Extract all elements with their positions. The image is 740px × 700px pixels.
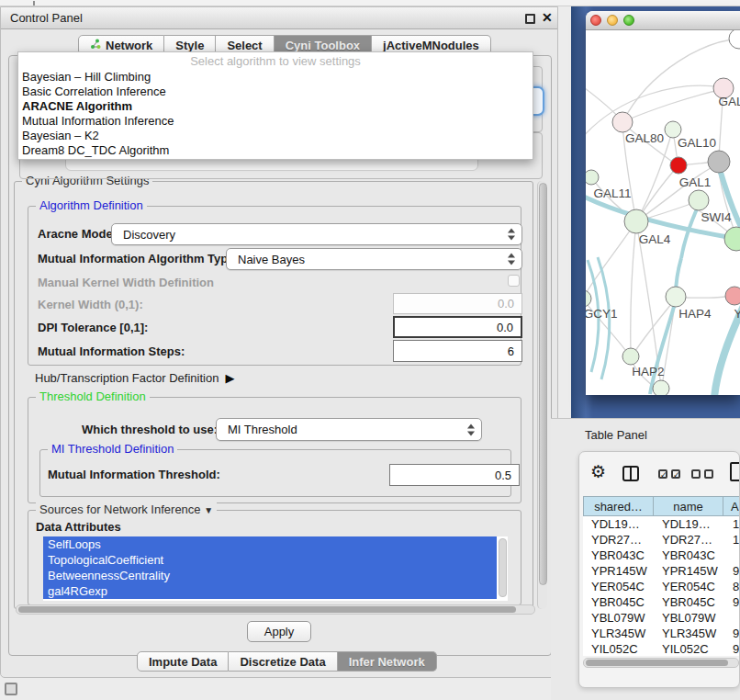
close-icon[interactable]: ✕ (542, 10, 553, 25)
node-label: HAP2 (632, 365, 664, 378)
hub-definition-expander[interactable]: Hub/Transcription Factor Definition ▶ (35, 371, 234, 385)
control-panel-window: Control Panel ✕ Network Style Select Cyn… (0, 6, 558, 678)
network-node[interactable] (708, 151, 730, 173)
settings-scrollbar-thumb[interactable] (539, 183, 547, 585)
close-traffic-light-icon[interactable] (590, 15, 601, 26)
settings-hscrollbar-thumb[interactable] (18, 606, 516, 613)
node-label: GAL4 (639, 232, 671, 246)
document-icon[interactable] (730, 462, 740, 481)
mi-threshold-definition-group: MI Threshold Definition Mutual Informati… (39, 449, 511, 497)
attribute-item[interactable]: SelfLoops (43, 536, 497, 552)
float-window-icon[interactable] (525, 14, 535, 24)
settings-hscrollbar[interactable] (16, 604, 535, 615)
network-node[interactable] (689, 190, 709, 210)
attribute-item[interactable]: BetweennessCentrality (43, 568, 497, 583)
mi-steps-input[interactable]: 6 (393, 340, 522, 362)
algorithm-option[interactable]: Bayesian – Hill Climbing (18, 70, 533, 85)
minimized-panel-icon[interactable] (5, 683, 17, 695)
maximize-traffic-light-icon[interactable] (623, 15, 634, 26)
minimize-traffic-light-icon[interactable] (607, 15, 618, 26)
sources-legend[interactable]: Sources for Network Inference ▼ (36, 502, 217, 516)
network-node[interactable] (666, 287, 686, 307)
tab-network-label: Network (106, 39, 152, 52)
mi-threshold-definition-legend: MI Threshold Definition (48, 442, 177, 456)
column-header-clipped[interactable]: A (723, 496, 740, 516)
control-panel-titlebar: Control Panel ✕ (1, 7, 557, 29)
mi-threshold-label: Mutual Information Threshold: (48, 468, 220, 481)
table-hscrollbar[interactable] (583, 658, 739, 668)
network-tab-icon (90, 39, 101, 52)
table-row[interactable]: YER054CYER054C8. (583, 579, 740, 594)
aracne-mode-combo[interactable]: Discovery (111, 223, 522, 245)
table-row[interactable]: YIL052CYIL052C9 (583, 641, 740, 656)
algorithm-option[interactable]: Basic Correlation Inference (18, 85, 533, 99)
network-node[interactable] (725, 287, 740, 305)
dpi-tolerance-input[interactable]: 0.0 (393, 316, 522, 338)
network-node[interactable] (653, 380, 669, 395)
unchecked-checkbox-icon[interactable] (691, 469, 701, 479)
network-node[interactable] (612, 112, 633, 132)
node-table-body: YDL19…YDL19…13YDR27…YDR27…12YBR043CYBR04… (583, 516, 740, 656)
combo-arrows-icon (467, 423, 475, 435)
mi-threshold-input[interactable]: 0.5 (389, 464, 520, 486)
network-edge (631, 221, 636, 354)
manual-kernel-checkbox[interactable] (508, 275, 520, 287)
columns-icon[interactable] (622, 466, 639, 481)
tab-infer-network[interactable]: Infer Network (338, 651, 437, 672)
checked-checkbox-icon[interactable]: ✓ (671, 469, 680, 479)
attributes-scrollbar-thumb[interactable] (499, 538, 507, 597)
network-canvas[interactable]: GALGAL80GAL10GAL1GAL11SWI4GAL4GCY1HAP4YH… (586, 30, 740, 395)
unchecked-checkbox-icon[interactable] (704, 469, 713, 479)
algorithm-option[interactable]: ARACNE Algorithm (18, 99, 533, 114)
which-threshold-value: MI Threshold (228, 423, 297, 436)
tab-impute-data[interactable]: Impute Data (137, 651, 229, 672)
network-graph: GALGAL80GAL10GAL1GAL11SWI4GAL4GCY1HAP4YH… (586, 30, 740, 395)
which-threshold-combo[interactable]: MI Threshold (216, 418, 482, 441)
top-toolbar-strip (0, 0, 740, 6)
table-row[interactable]: YDL19…YDL19…13 (583, 516, 740, 532)
network-node[interactable] (622, 348, 639, 365)
which-threshold-label: Which threshold to use: (82, 423, 218, 436)
algorithm-option[interactable]: Bayesian – K2 (18, 129, 533, 143)
apply-button[interactable]: Apply (247, 621, 311, 642)
checked-checkbox-icon[interactable]: ✓ (658, 469, 667, 479)
network-node[interactable] (586, 290, 591, 307)
column-header-shared-name[interactable]: shared… (583, 496, 654, 516)
threshold-definition-group: Threshold Definition Which threshold to … (28, 397, 521, 503)
settings-scrollbar[interactable] (537, 181, 547, 609)
kernel-width-input[interactable]: 0.0 (393, 293, 522, 314)
node-label: Y (734, 307, 740, 321)
aracne-mode-label: Aracne Mode: (38, 227, 117, 241)
node-label: GAL10 (678, 136, 716, 150)
table-hscrollbar-thumb[interactable] (586, 660, 728, 666)
table-row[interactable]: YDR27…YDR27…12 (583, 532, 740, 548)
table-row[interactable]: YBR043CYBR043C (583, 548, 740, 563)
toolbar-tick (33, 1, 35, 6)
tab-discretize-data[interactable]: Discretize Data (229, 651, 337, 672)
node-label: GAL1 (679, 175, 712, 189)
network-edge (586, 221, 636, 297)
network-node[interactable] (586, 170, 599, 185)
column-header-name[interactable]: name (653, 496, 723, 516)
expand-arrow-icon: ▶ (225, 371, 234, 385)
combo-arrows-icon (508, 229, 515, 241)
network-node[interactable] (624, 209, 648, 233)
mi-type-combo[interactable]: Naive Bayes (226, 248, 522, 270)
gear-icon[interactable]: ⚙ (590, 463, 606, 481)
algorithm-option[interactable]: Dream8 DC_TDC Algorithm (18, 143, 533, 158)
network-window-titlebar[interactable] (586, 11, 740, 30)
data-attributes-list[interactable]: SelfLoopsTopologicalCoefficientBetweenne… (43, 536, 508, 601)
network-edge (586, 85, 621, 119)
attribute-item[interactable]: gal4RGexp (43, 583, 497, 599)
combo-arrows-icon (508, 254, 515, 265)
table-row[interactable]: YPR145WYPR145W9. (583, 563, 740, 579)
algorithm-option[interactable]: Mutual Information Inference (18, 114, 533, 129)
table-row[interactable]: YLR345WYLR345W9. (583, 626, 740, 641)
table-row[interactable]: YBR045CYBR045C9. (583, 594, 740, 610)
network-node[interactable] (729, 30, 740, 49)
table-row[interactable]: YBL079WYBL079W (583, 610, 740, 626)
mi-type-value: Naive Bayes (238, 253, 305, 266)
algorithm-definition-legend: Algorithm Definition (36, 198, 147, 212)
network-node[interactable] (670, 157, 687, 174)
attribute-item[interactable]: TopologicalCoefficient (43, 552, 497, 568)
